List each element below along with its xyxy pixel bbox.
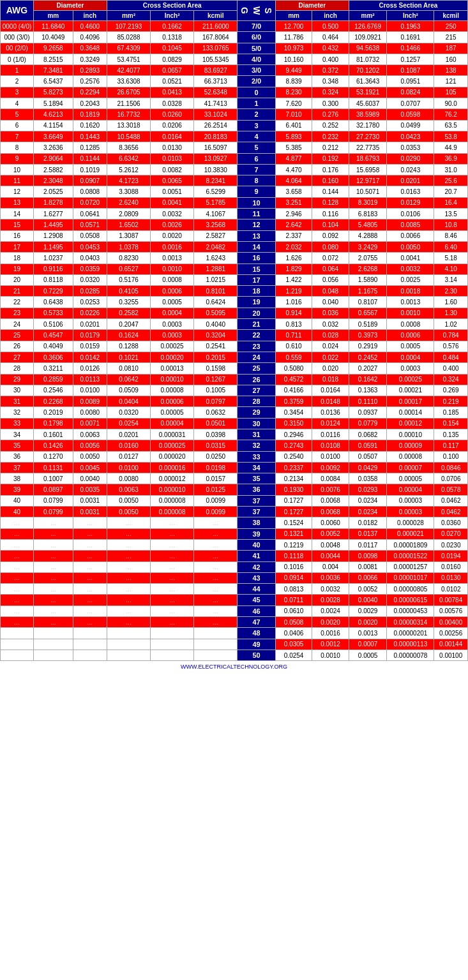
awg-awg-cell: ... (1, 528, 34, 539)
awg-inch-cell: ... (73, 572, 107, 583)
awg-inch2-cell: 0.0328 (151, 98, 194, 109)
swg-inch2-cell: 0.0163 (387, 186, 434, 197)
awg-mm-col: mm (34, 11, 73, 21)
swg-inch-cell: 0.0036 (312, 572, 349, 583)
swg-inch2-cell: 0.0201 (387, 175, 434, 186)
swg-mm-cell: 1.016 (275, 297, 312, 308)
awg-kcmil-cell: 2.0482 (194, 241, 238, 252)
swg-inch-cell: 0.0116 (312, 429, 349, 440)
swg-mm-cell: 0.0813 (275, 584, 312, 595)
awg-mm2-cell: ... (107, 528, 150, 539)
swg-mm-cell: 4.877 (275, 153, 312, 164)
awg-mm2-cell: 0.2047 (107, 319, 150, 330)
swg-inch-cell: 0.0028 (312, 595, 349, 605)
awg-mm2-cell: ... (107, 551, 150, 561)
awg-awg-cell: 16 (1, 230, 34, 241)
awg-inch-cell: 0.0201 (73, 319, 107, 330)
awg-kcmil-cell: ... (194, 551, 238, 561)
swg-inch2-cell: 0.00000615 (387, 595, 434, 605)
awg-inch-cell: 0.0040 (73, 473, 107, 484)
swg-inch2-cell: 0.00014 (387, 407, 434, 418)
awg-inch2-cell: 0.00006 (151, 396, 194, 407)
awg-inch2-cell: 0.0005 (151, 297, 194, 308)
swg-inch2-cell: 0.1087 (387, 65, 434, 76)
swg-inch-cell: 0.0024 (312, 605, 349, 616)
awg-mm-cell: 0.1007 (34, 473, 73, 484)
swg-inch2-cell: 0.00021 (387, 385, 434, 396)
awg-inch2-cell: 0.0006 (151, 286, 194, 297)
awg-kcmil-cell: 2.5827 (194, 230, 238, 241)
awg-awg-cell: 10 (1, 164, 34, 175)
swg-kcmil-cell: 6.40 (434, 241, 468, 252)
swg-mm-cell: 0.1727 (275, 495, 312, 506)
swg-mm2-cell: 1.1675 (349, 286, 387, 297)
awg-kcmil-cell: 0.1598 (194, 363, 238, 374)
awg-inch-cell: ... (73, 551, 107, 561)
awg-mm2-cell: 10.5488 (107, 131, 150, 142)
awg-inch2-cell: 0.0008 (151, 274, 194, 285)
swg-mm-cell: 4.470 (275, 164, 312, 175)
awg-kcmil-cell: ... (194, 572, 238, 583)
awg-kcmil-cell: 3.2568 (194, 219, 238, 230)
awg-mm-cell: 1.0237 (34, 253, 73, 264)
awg-awg-cell: ... (1, 539, 34, 550)
swg-inch-cell: 0.036 (312, 308, 349, 318)
swg-mm2-cell: 0.0779 (349, 418, 387, 429)
awg-mm2-cell: 0.2582 (107, 308, 150, 318)
swg-mid-cell: 31 (238, 429, 276, 440)
awg-kcmil-cell: 13.0927 (194, 153, 238, 164)
swg-mm2-cell: 53.1921 (349, 87, 387, 98)
swg-inch2-cell: 0.0353 (387, 142, 434, 153)
swg-inch-cell: 0.0020 (312, 617, 349, 628)
swg-inch2-cell: 0.0499 (387, 120, 434, 131)
awg-awg-cell: 40 (1, 507, 34, 517)
awg-inch2-cell: ... (151, 584, 194, 595)
awg-inch2-cell: 0.0013 (151, 253, 194, 264)
awg-mm-cell: 1.2908 (34, 230, 73, 241)
awg-inch-cell: 0.0080 (73, 407, 107, 418)
awg-inch-cell: 0.2576 (73, 76, 107, 87)
awg-inch-cell: 0.0063 (73, 429, 107, 440)
swg-inch-cell: 0.160 (312, 175, 349, 186)
swg-mm-cell: 3.251 (275, 197, 312, 208)
awg-inch-cell: 0.0359 (73, 264, 107, 274)
awg-mm-cell: 1.1495 (34, 241, 73, 252)
swg-inch2-cell: 0.00000453 (387, 605, 434, 616)
swg-mm-cell: 1.829 (275, 264, 312, 274)
awg-kcmil-cell: 83.6927 (194, 65, 238, 76)
swg-mm2-cell: 0.0234 (349, 495, 387, 506)
awg-mm2-cell: 4.1723 (107, 175, 150, 186)
swg-inch2-cell: 0.0013 (387, 297, 434, 308)
swg-inch-cell: 0.500 (312, 21, 349, 32)
swg-mm2-cell: 18.6793 (349, 153, 387, 164)
swg-inch-cell: 0.0016 (312, 628, 349, 639)
awg-awg-cell: 12 (1, 186, 34, 197)
swg-mm2-cell: 0.6567 (349, 308, 387, 318)
swg-mid-cell: 16 (238, 253, 276, 264)
awg-kcmil-cell: ... (194, 584, 238, 595)
swg-mm-cell: 0.711 (275, 330, 312, 341)
awg-awg-cell: 23 (1, 308, 34, 318)
awg-mm-cell: 2.9064 (34, 153, 73, 164)
swg-kcmil-cell: 187 (434, 43, 468, 54)
swg-kcmil-cell: 0.219 (434, 396, 468, 407)
swg-inch-cell: 0.252 (312, 120, 349, 131)
awg-awg-cell: 25 (1, 330, 34, 341)
awg-mm2-cell: 2.6240 (107, 197, 150, 208)
swg-inch-cell: 0.0048 (312, 539, 349, 550)
swg-kcmil-cell: 121 (434, 76, 468, 87)
swg-inch-cell: 0.372 (312, 65, 349, 76)
awg-mm2-cell: 0.1021 (107, 352, 150, 362)
swg-mid-cell: 33 (238, 451, 276, 462)
swg-mm-cell: 0.4572 (275, 374, 312, 385)
swg-kcmil-cell: 10.8 (434, 219, 468, 230)
awg-mm2-cell: 1.0378 (107, 241, 150, 252)
awg-mm2-cell: 0.0050 (107, 495, 150, 506)
swg-mm2-cell: 27.2730 (349, 131, 387, 142)
awg-mm-cell: ... (34, 561, 73, 572)
awg-awg-cell: 39 (1, 484, 34, 495)
awg-mm-cell: 1.4495 (34, 219, 73, 230)
awg-inch2-cell: 0.0004 (151, 308, 194, 318)
awg-kcmil-cell: ... (194, 617, 238, 628)
swg-inch2-cell: 0.0085 (387, 219, 434, 230)
